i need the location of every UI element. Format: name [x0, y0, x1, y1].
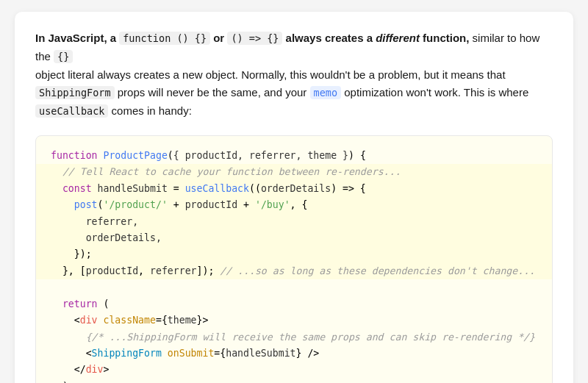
prose-paragraph: In JavaScript, a function () {} or () =>…: [35, 29, 553, 121]
inline-code-fn2: () => {}: [227, 32, 282, 45]
code-line-8: }, [productId, referrer]); // ...so as l…: [36, 263, 552, 279]
inline-code-shippingform: ShippingForm: [35, 86, 115, 99]
code-line-10: return (: [51, 296, 537, 312]
code-line-7: });: [36, 246, 552, 262]
code-line-13: <ShippingForm onSubmit={handleSubmit} />: [51, 346, 537, 362]
inline-code-usecallback: useCallback: [35, 104, 108, 118]
code-line-15: );: [51, 379, 537, 383]
code-line-5: referrer,: [36, 214, 552, 230]
code-line-14: </div>: [51, 362, 537, 378]
article-card: In JavaScript, a function () {} or () =>…: [15, 12, 573, 383]
bold-text-function: function,: [420, 32, 470, 44]
code-block: function ProductPage({ productId, referr…: [35, 135, 553, 383]
code-line-2: // Tell React to cache your function bet…: [36, 164, 552, 180]
code-line-12: {/* ...ShippingForm will receive the sam…: [51, 329, 537, 346]
bold-text-in: In JavaScript, a: [35, 32, 116, 44]
inline-code-memo: memo: [310, 86, 342, 99]
code-line-1: function ProductPage({ productId, referr…: [51, 148, 537, 164]
inline-code-fn1: function () {}: [119, 32, 210, 45]
italic-different: different: [376, 32, 420, 44]
code-line-4: post('/product/' + productId + '/buy', {: [36, 197, 552, 213]
code-line-6: orderDetails,: [36, 230, 552, 246]
inline-code-obj: {}: [54, 50, 73, 63]
code-line-3: const handleSubmit = useCallback((orderD…: [36, 181, 552, 197]
bold-text-or: or: [213, 32, 224, 44]
bold-text-always: always creates a: [286, 32, 376, 44]
code-line-11: <div className={theme}>: [51, 312, 537, 329]
code-line-9: [51, 279, 537, 296]
